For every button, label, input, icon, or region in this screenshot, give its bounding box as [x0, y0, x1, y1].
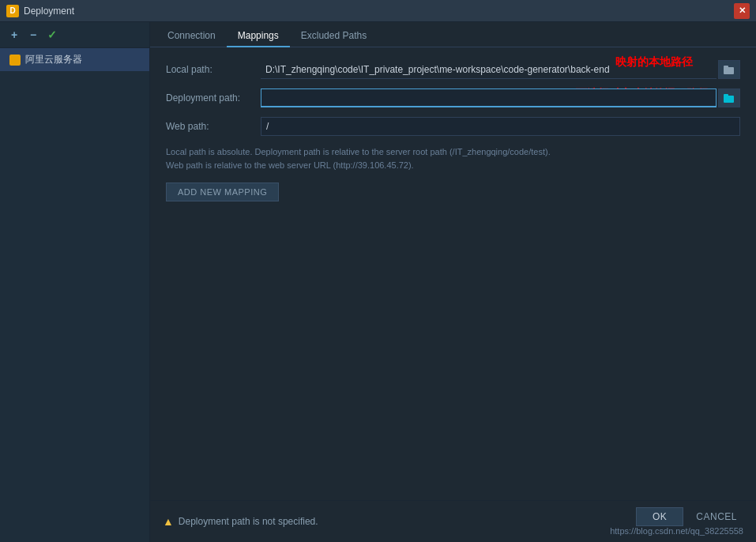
tab-mappings[interactable]: Mappings [227, 25, 290, 47]
main-layout: + − ✓ 阿里云服务器 Connection Mappings Exclude… [0, 22, 756, 542]
sidebar: + − ✓ 阿里云服务器 [0, 22, 150, 542]
form-area: 映射的本地路径 Local path: D:\IT_zhengqing\code… [150, 47, 756, 500]
sidebar-item-aliyun[interactable]: 阿里云服务器 [0, 48, 149, 71]
hint-line2: Web path is relative to the web server U… [166, 159, 740, 172]
hint-text: Local path is absolute. Deployment path … [166, 145, 740, 171]
title-text: Deployment [24, 6, 74, 17]
title-bar-left: D Deployment [6, 5, 74, 17]
warning-icon: ▲ [163, 515, 174, 528]
ok-button[interactable]: OK [636, 507, 683, 526]
sidebar-item-label: 阿里云服务器 [25, 53, 82, 66]
add-server-button[interactable]: + [6, 27, 22, 43]
web-path-label: Web path: [166, 121, 261, 132]
local-path-row: Local path: D:\IT_zhengqing\code\IT_priv… [166, 60, 740, 79]
remove-server-button[interactable]: − [25, 27, 41, 43]
web-path-input[interactable] [261, 117, 740, 136]
svg-rect-0 [724, 67, 734, 74]
bottom-bar: ▲ Deployment path is not specified. OK C… [150, 500, 756, 542]
title-bar: D Deployment ✕ [0, 0, 756, 22]
svg-rect-2 [724, 96, 734, 103]
deployment-path-browse-button[interactable] [718, 88, 740, 107]
svg-rect-3 [724, 94, 728, 96]
url-label: https://blog.csdn.net/qq_38225558 [610, 526, 743, 536]
svg-rect-1 [724, 66, 728, 68]
server-icon [9, 55, 21, 66]
add-new-mapping-button[interactable]: ADD NEW MAPPING [166, 183, 279, 201]
tabs-bar: Connection Mappings Excluded Paths [150, 22, 756, 47]
deployment-path-input[interactable] [261, 88, 717, 107]
tab-connection[interactable]: Connection [156, 25, 227, 47]
cancel-button[interactable]: CANCEL [690, 508, 743, 525]
local-path-browse-button[interactable] [718, 60, 740, 79]
hint-line1: Local path is absolute. Deployment path … [166, 145, 740, 159]
warning-text-label: Deployment path is not specified. [179, 516, 318, 527]
deployment-path-row: Deployment path: [166, 88, 740, 107]
folder-icon [724, 65, 735, 74]
deployment-path-label: Deployment path: [166, 92, 261, 104]
sidebar-toolbar: + − ✓ [0, 22, 149, 48]
content-area: Connection Mappings Excluded Paths 映射的本地… [150, 22, 756, 542]
local-path-value: D:\IT_zhengqing\code\IT_private_project\… [261, 60, 717, 79]
check-button[interactable]: ✓ [44, 27, 60, 43]
warning-message: ▲ Deployment path is not specified. [163, 515, 318, 528]
close-button[interactable]: ✕ [734, 3, 750, 19]
local-path-label: Local path: [166, 64, 261, 75]
web-path-row: Web path: [166, 117, 740, 136]
tab-excluded-paths[interactable]: Excluded Paths [290, 25, 378, 47]
action-buttons: OK CANCEL [636, 507, 743, 526]
folder-teal-icon [724, 93, 735, 103]
app-icon: D [6, 5, 19, 17]
